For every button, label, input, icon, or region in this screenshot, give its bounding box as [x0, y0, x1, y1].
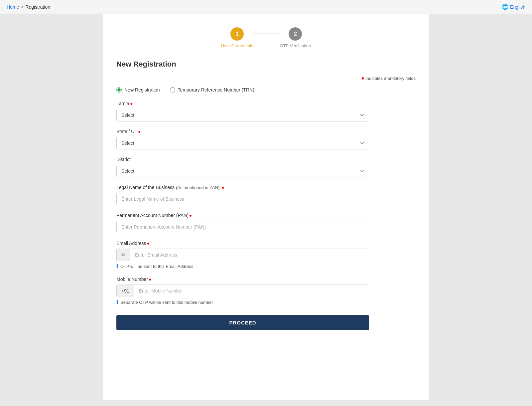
- district-group: District Select: [116, 157, 416, 177]
- mobile-hint-icon: ℹ: [116, 299, 118, 305]
- mobile-hint: ℹ Separate OTP will be sent to this mobi…: [116, 299, 416, 305]
- email-input[interactable]: [130, 249, 369, 261]
- pan-label: Permanent Account Number (PAN)●: [116, 213, 416, 218]
- mandatory-note: ● indicates mandatory fields: [116, 75, 416, 81]
- pan-group: Permanent Account Number (PAN)●: [116, 213, 416, 233]
- radio-trn[interactable]: Temporary Reference Number (TRN): [170, 87, 254, 93]
- legal-name-group: Legal Name of the Business (As mentioned…: [116, 185, 416, 205]
- proceed-button[interactable]: PROCEED: [116, 315, 369, 330]
- legal-name-input[interactable]: [116, 193, 369, 205]
- i-am-a-select[interactable]: Select Taxpayer Tax Deductor Tax Collect…: [116, 109, 369, 121]
- mobile-input-wrapper: +91: [116, 285, 369, 297]
- email-input-wrapper: ✉: [116, 249, 369, 261]
- email-group: Email Address● ✉ ℹ OTP will be sent to t…: [116, 241, 416, 269]
- state-ut-select[interactable]: Select: [116, 137, 369, 149]
- language-label: English: [510, 4, 525, 10]
- mandatory-dot: ●: [361, 75, 364, 81]
- step-2-label: OTP Verification: [280, 43, 311, 48]
- i-am-a-required: ●: [130, 101, 133, 106]
- district-select[interactable]: Select: [116, 165, 369, 177]
- radio-new-registration[interactable]: New Registration: [116, 87, 160, 93]
- legal-name-required: ●: [221, 185, 224, 190]
- i-am-a-label: I am a●: [116, 101, 416, 106]
- main-content: 1 User Credentials 2 OTP Verification Ne…: [103, 14, 429, 400]
- radio-new-reg-input[interactable]: [116, 87, 122, 93]
- step-2-circle: 2: [289, 27, 302, 41]
- step-connector: [253, 34, 280, 34]
- pan-required: ●: [189, 213, 192, 218]
- page-title: New Registration: [116, 60, 416, 69]
- step-1-label: User Credentials: [221, 43, 253, 48]
- mobile-input[interactable]: [134, 285, 369, 297]
- state-ut-label: State / UT●: [116, 129, 416, 134]
- state-ut-group: State / UT● Select: [116, 129, 416, 149]
- i-am-a-group: I am a● Select Taxpayer Tax Deductor Tax…: [116, 101, 416, 121]
- email-required: ●: [147, 241, 149, 246]
- pan-input[interactable]: [116, 221, 369, 233]
- email-hint-icon: ℹ: [116, 263, 118, 269]
- registration-type-group: New Registration Temporary Reference Num…: [116, 87, 416, 93]
- legal-name-label: Legal Name of the Business (As mentioned…: [116, 185, 416, 190]
- mobile-label: Mobile Number●: [116, 277, 416, 282]
- home-link[interactable]: Home: [7, 4, 19, 10]
- breadcrumb-separator: >: [21, 5, 23, 9]
- email-icon: ✉: [117, 249, 130, 261]
- radio-trn-label: Temporary Reference Number (TRN): [178, 87, 254, 93]
- mobile-required: ●: [149, 277, 151, 282]
- step-1-circle: 1: [230, 27, 244, 41]
- top-navigation: Home > Registration 🌐 English: [0, 0, 532, 14]
- radio-trn-input[interactable]: [170, 87, 175, 93]
- email-label: Email Address●: [116, 241, 416, 246]
- step-2: 2 OTP Verification: [280, 27, 311, 48]
- language-selector[interactable]: 🌐 English: [502, 4, 525, 10]
- mobile-group: Mobile Number● +91 ℹ Separate OTP will b…: [116, 277, 416, 305]
- district-label: District: [116, 157, 416, 162]
- breadcrumb-current: Registration: [25, 4, 50, 10]
- state-ut-required: ●: [138, 129, 141, 134]
- step-indicator: 1 User Credentials 2 OTP Verification: [116, 24, 416, 48]
- step-1: 1 User Credentials: [221, 27, 253, 48]
- email-hint: ℹ OTP will be sent to this Email Address: [116, 263, 416, 269]
- mobile-prefix: +91: [117, 285, 134, 297]
- globe-icon: 🌐: [502, 4, 508, 10]
- radio-new-reg-label: New Registration: [124, 87, 160, 93]
- legal-name-note: (As mentioned in PAN): [176, 185, 219, 190]
- breadcrumb: Home > Registration: [7, 4, 50, 10]
